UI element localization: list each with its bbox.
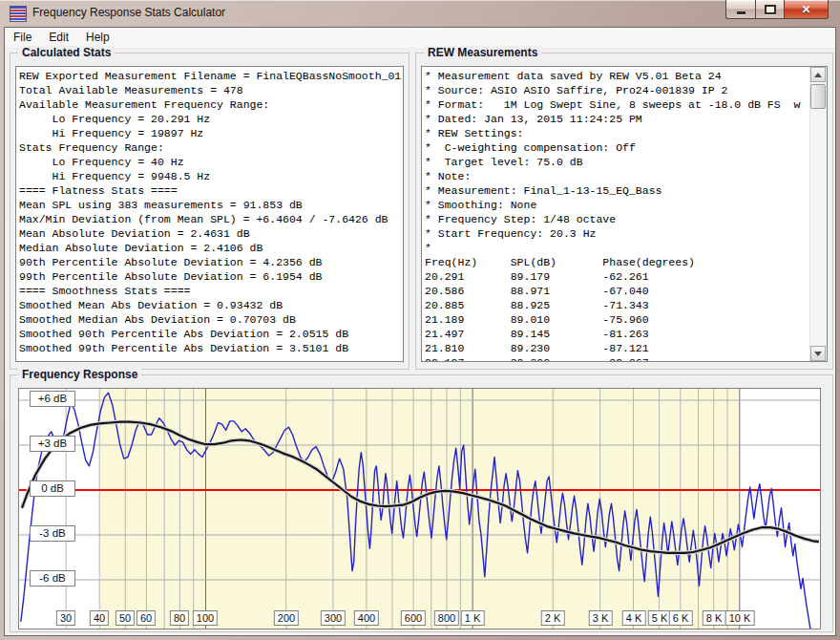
app-icon [10, 6, 27, 22]
x-axis-label: 600 [401, 610, 426, 626]
x-axis-label: 400 [354, 610, 379, 626]
menu-bar: File Edit Help [5, 28, 835, 49]
x-axis-label: 30 [56, 610, 75, 626]
minimize-button[interactable] [725, 0, 755, 19]
vertical-scrollbar[interactable] [809, 67, 827, 361]
scrollbar-thumb[interactable] [810, 84, 826, 109]
window-controls: ✕ [725, 0, 829, 19]
y-axis-label: +3 dB [30, 436, 75, 452]
menu-help[interactable]: Help [77, 28, 118, 48]
y-axis-label: 0 dB [30, 480, 75, 497]
x-axis-label: 200 [274, 610, 299, 626]
x-axis-label: 2 K [541, 610, 565, 626]
minimize-icon [737, 11, 746, 14]
y-axis-label: -3 dB [30, 525, 75, 542]
calculated-stats-text: REW Exported Measurement Filename = Fina… [16, 67, 403, 355]
x-axis-label: 8 K [703, 610, 726, 626]
x-axis-label: 4 K [622, 610, 646, 626]
y-axis-label: -6 dB [30, 570, 75, 587]
calculated-stats-title: Calculated Stats [18, 46, 115, 59]
restore-button[interactable] [755, 0, 785, 19]
x-axis-label: 3 K [589, 610, 613, 626]
frequency-response-title: Frequency Response [18, 368, 141, 381]
rew-measurements-text: * Measurement data saved by REW V5.01 Be… [422, 67, 827, 362]
x-axis-label: 50 [116, 610, 135, 626]
menu-edit[interactable]: Edit [40, 28, 77, 48]
client-area: File Edit Help Calculated Stats REW Expo… [4, 27, 836, 636]
x-axis-label: 40 [90, 610, 109, 626]
x-axis-label: 5 K [648, 610, 672, 626]
x-axis-label: 10 K [725, 610, 755, 626]
title-bar[interactable]: Frequency Response Stats Calculator ✕ [0, 0, 840, 27]
scroll-down-button[interactable] [810, 346, 826, 361]
close-icon: ✕ [801, 4, 810, 15]
y-axis-label: +6 dB [30, 391, 75, 407]
x-axis-label: 100 [193, 610, 218, 626]
arrow-down-icon [814, 352, 822, 356]
calculated-stats-textbox[interactable]: REW Exported Measurement Filename = Fina… [15, 66, 404, 362]
x-axis-label: 300 [321, 610, 346, 626]
scroll-up-button[interactable] [810, 67, 826, 82]
x-axis-label: 6 K [669, 610, 693, 626]
calculated-stats-group: Calculated Stats REW Exported Measuremen… [10, 53, 410, 370]
close-button[interactable]: ✕ [785, 0, 829, 19]
menu-file[interactable]: File [5, 28, 40, 48]
x-axis-label: 80 [170, 610, 189, 626]
frequency-response-chart [19, 389, 820, 629]
rew-measurements-title: REW Measurements [424, 46, 541, 59]
frequency-response-plot: 30405060801002003004006008001 K2 K3 K4 K… [18, 388, 821, 629]
arrow-up-icon [814, 73, 822, 77]
x-axis-label: 800 [434, 610, 459, 626]
rew-measurements-group: REW Measurements * Measurement data save… [415, 53, 833, 370]
restore-icon [765, 5, 776, 14]
rew-measurements-textbox[interactable]: * Measurement data saved by REW V5.01 Be… [421, 66, 828, 362]
frequency-response-group: Frequency Response 304050608010020030040… [10, 374, 833, 632]
app-window: { "window": { "title": "Frequency Respon… [0, 0, 840, 640]
x-axis-label: 1 K [461, 610, 485, 626]
window-title: Frequency Response Stats Calculator [32, 6, 225, 19]
x-axis-label: 60 [136, 610, 156, 626]
